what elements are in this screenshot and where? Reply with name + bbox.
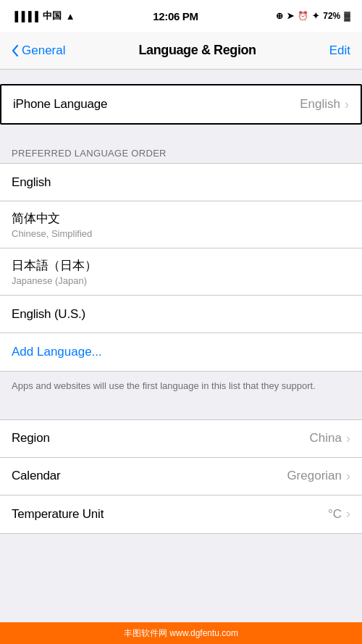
- wifi-icon: ▲: [66, 11, 75, 22]
- temperature-value: °C: [328, 507, 342, 522]
- chevron-right-icon: ›: [346, 431, 350, 446]
- calendar-value-group: Gregorian ›: [287, 469, 350, 484]
- region-item[interactable]: Region China ›: [0, 420, 362, 458]
- bluetooth-icon: ✦: [312, 11, 319, 21]
- preferred-language-header: PREFERRED LANGUAGE ORDER: [0, 142, 362, 163]
- location-icon: ⊕: [276, 11, 283, 21]
- status-bar-right: ⊕ ➤ ⏰ ✦ 72% ▓: [276, 11, 350, 21]
- status-bar-time: 12:06 PM: [153, 10, 198, 22]
- language-item-japanese: 日本語（日本） Japanese (Japan): [12, 257, 97, 286]
- watermark: 丰图软件网 www.dgfentu.com: [0, 622, 362, 644]
- battery-icon: ▓: [344, 11, 350, 21]
- iphone-language-value: English: [300, 97, 340, 112]
- arrow-icon: ➤: [287, 11, 294, 21]
- language-primary: 简体中文: [12, 210, 92, 227]
- signal-icon: ▐▐▐▐: [12, 11, 38, 22]
- chevron-right-icon: ›: [345, 97, 349, 112]
- bottom-settings-section: Region China › Calendar Gregorian › Temp…: [0, 419, 362, 534]
- carrier-label: 中国: [43, 9, 62, 22]
- add-language-item[interactable]: Add Language...: [0, 333, 362, 371]
- list-item[interactable]: English (U.S.): [0, 296, 362, 333]
- temperature-item[interactable]: Temperature Unit °C ›: [0, 495, 362, 533]
- calendar-item[interactable]: Calendar Gregorian ›: [0, 458, 362, 495]
- list-item[interactable]: English: [0, 164, 362, 201]
- region-label: Region: [12, 431, 50, 446]
- temperature-label: Temperature Unit: [12, 507, 104, 522]
- language-primary: English (U.S.): [12, 307, 85, 322]
- status-bar: ▐▐▐▐ 中国 ▲ 12:06 PM ⊕ ➤ ⏰ ✦ 72% ▓: [0, 0, 362, 32]
- page-title: Language & Region: [138, 43, 256, 58]
- region-value: China: [310, 431, 342, 446]
- calendar-value: Gregorian: [287, 469, 342, 483]
- language-item-english: English: [12, 175, 51, 190]
- iphone-language-section: iPhone Language English ›: [0, 84, 362, 125]
- language-item-chinese: 简体中文 Chinese, Simplified: [12, 210, 92, 239]
- iphone-language-label: iPhone Language: [13, 97, 107, 112]
- language-primary: 日本語（日本）: [12, 257, 97, 274]
- watermark-text: 丰图软件网 www.dgfentu.com: [124, 627, 238, 640]
- chevron-right-icon: ›: [346, 469, 350, 484]
- back-label: General: [22, 43, 65, 58]
- language-primary: English: [12, 175, 51, 190]
- language-item-english-us: English (U.S.): [12, 307, 85, 322]
- list-item[interactable]: 日本語（日本） Japanese (Japan): [0, 248, 362, 296]
- iphone-language-item[interactable]: iPhone Language English ›: [0, 84, 362, 125]
- language-secondary: Japanese (Japan): [12, 275, 97, 286]
- calendar-label: Calendar: [12, 469, 60, 483]
- chevron-left-icon: [12, 45, 19, 57]
- status-bar-left: ▐▐▐▐ 中国 ▲: [12, 9, 75, 22]
- nav-bar: General Language & Region Edit: [0, 32, 362, 70]
- language-secondary: Chinese, Simplified: [12, 228, 92, 239]
- region-settings-list: Region China › Calendar Gregorian › Temp…: [0, 419, 362, 534]
- language-list: English 简体中文 Chinese, Simplified 日本語（日本）…: [0, 163, 362, 372]
- info-text: Apps and websites will use the first lan…: [0, 372, 362, 405]
- preferred-language-section: PREFERRED LANGUAGE ORDER English 简体中文 Ch…: [0, 142, 362, 405]
- edit-button[interactable]: Edit: [329, 43, 350, 58]
- add-language-label: Add Language...: [12, 345, 102, 359]
- iphone-language-value-group: English ›: [300, 97, 349, 112]
- battery-label: 72%: [323, 11, 340, 21]
- chevron-right-icon: ›: [346, 506, 350, 522]
- back-button[interactable]: General: [12, 43, 65, 58]
- region-value-group: China ›: [310, 431, 350, 446]
- temperature-value-group: °C ›: [328, 506, 350, 522]
- list-item[interactable]: 简体中文 Chinese, Simplified: [0, 201, 362, 248]
- alarm-icon: ⏰: [298, 11, 308, 21]
